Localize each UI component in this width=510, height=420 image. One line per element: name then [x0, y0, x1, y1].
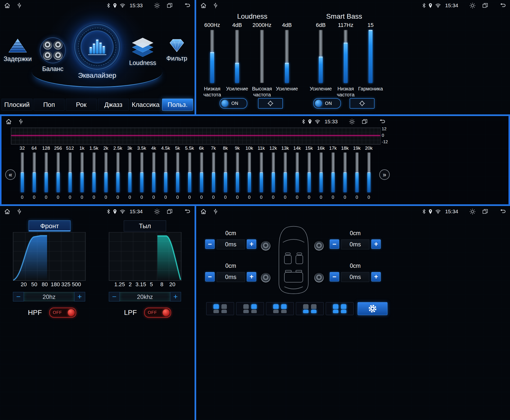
- listener-position-button[interactable]: [296, 302, 324, 315]
- lpf-minus-button[interactable]: −: [109, 292, 120, 301]
- eq-band[interactable]: 4k 0: [148, 145, 160, 200]
- band-slider[interactable]: [272, 152, 275, 192]
- eq-band[interactable]: 13k 0: [279, 145, 291, 200]
- loudness-on-toggle[interactable]: ON: [220, 98, 247, 109]
- menu-item-balance[interactable]: Баланс: [38, 37, 68, 72]
- eq-band[interactable]: 3.5k 0: [136, 145, 148, 200]
- band-slider[interactable]: [236, 152, 239, 192]
- eq-band[interactable]: 1.5k 0: [88, 145, 100, 200]
- slider-track[interactable]: [319, 30, 323, 83]
- tab-front[interactable]: Фронт: [29, 220, 70, 231]
- band-slider[interactable]: [21, 152, 24, 192]
- slider-track[interactable]: [344, 30, 348, 83]
- lpf-off-toggle[interactable]: OFF: [144, 308, 171, 318]
- preset-button[interactable]: Рок: [66, 99, 97, 111]
- eq-band[interactable]: 5.5k 0: [184, 145, 195, 200]
- eq-band[interactable]: 64 0: [28, 145, 40, 200]
- vertical-slider[interactable]: 6dB Усиление: [309, 22, 332, 98]
- eq-band[interactable]: 7k 0: [207, 145, 219, 200]
- delay-plus-button[interactable]: +: [247, 239, 256, 249]
- band-slider[interactable]: [331, 152, 335, 192]
- band-slider[interactable]: [308, 152, 311, 192]
- band-slider[interactable]: [248, 152, 251, 192]
- back-icon[interactable]: [184, 3, 191, 8]
- recent-apps-icon[interactable]: [167, 209, 173, 214]
- listener-position-button[interactable]: [326, 302, 354, 315]
- band-slider[interactable]: [296, 152, 299, 192]
- brightness-icon[interactable]: [469, 2, 476, 9]
- lpf-plus-button[interactable]: +: [170, 292, 181, 301]
- menu-item-equalizer-selected[interactable]: Эквалайзер: [67, 23, 127, 79]
- recent-apps-icon[interactable]: [167, 2, 173, 8]
- loudness-reset-button[interactable]: [258, 98, 283, 109]
- eq-band[interactable]: 8k 0: [219, 145, 231, 200]
- delay-minus-button[interactable]: −: [205, 239, 215, 249]
- eq-band[interactable]: 18k 0: [339, 145, 351, 200]
- eq-band[interactable]: 19k 0: [351, 145, 363, 200]
- band-slider[interactable]: [116, 152, 120, 192]
- band-slider[interactable]: [164, 152, 167, 192]
- band-slider[interactable]: [33, 152, 36, 192]
- band-slider[interactable]: [200, 152, 203, 192]
- scroll-left-button[interactable]: «: [5, 169, 16, 180]
- band-slider[interactable]: [284, 152, 287, 192]
- back-icon[interactable]: [500, 209, 506, 214]
- band-slider[interactable]: [68, 152, 72, 192]
- listener-position-button[interactable]: [266, 302, 294, 315]
- slider-track[interactable]: [285, 30, 289, 83]
- band-slider[interactable]: [128, 152, 131, 192]
- eq-band[interactable]: 128 0: [40, 145, 52, 200]
- eq-band[interactable]: 12k 0: [267, 145, 279, 200]
- eq-band[interactable]: 256 0: [52, 145, 64, 200]
- menu-item-loudness[interactable]: Loudness: [128, 37, 158, 67]
- eq-band[interactable]: 5k 0: [172, 145, 184, 200]
- eq-band[interactable]: 20k 0: [363, 145, 375, 200]
- eq-band[interactable]: 14k 0: [291, 145, 303, 200]
- delay-plus-button[interactable]: +: [247, 272, 256, 281]
- eq-band[interactable]: 3k 0: [124, 145, 136, 200]
- band-slider[interactable]: [92, 152, 96, 192]
- preset-button[interactable]: Классика: [130, 99, 161, 111]
- hpf-plus-button[interactable]: +: [74, 292, 85, 301]
- vertical-slider[interactable]: 600Hz Низкая частота: [201, 22, 224, 98]
- home-icon[interactable]: [200, 208, 207, 215]
- recent-apps-icon[interactable]: [482, 209, 488, 214]
- home-icon[interactable]: [4, 208, 10, 215]
- eq-band[interactable]: 6k 0: [195, 145, 207, 200]
- back-icon[interactable]: [379, 119, 385, 124]
- slider-track[interactable]: [369, 30, 373, 83]
- delay-plus-button[interactable]: +: [371, 272, 381, 281]
- tab-rear[interactable]: Тыл: [124, 220, 166, 231]
- band-slider[interactable]: [152, 152, 155, 192]
- band-slider[interactable]: [45, 152, 48, 192]
- preset-button[interactable]: Поп: [34, 99, 64, 111]
- brightness-icon[interactable]: [154, 2, 160, 9]
- band-slider[interactable]: [140, 152, 143, 192]
- eq-band[interactable]: 10k 0: [243, 145, 255, 200]
- eq-band[interactable]: 2.5k 0: [112, 145, 124, 200]
- eq-band[interactable]: 11k 0: [255, 145, 267, 200]
- eq-band[interactable]: 17k 0: [327, 145, 339, 200]
- recent-apps-icon[interactable]: [362, 119, 368, 125]
- band-slider[interactable]: [355, 152, 359, 192]
- band-slider[interactable]: [260, 152, 263, 192]
- preset-button[interactable]: Плоский: [1, 99, 32, 111]
- hpf-off-toggle[interactable]: OFF: [49, 308, 76, 318]
- brightness-icon[interactable]: [154, 209, 160, 215]
- band-slider[interactable]: [319, 152, 323, 192]
- home-icon[interactable]: [4, 2, 10, 9]
- back-icon[interactable]: [500, 3, 506, 8]
- vertical-slider[interactable]: 2000Hz Высокая частота: [251, 22, 273, 98]
- menu-item-filter[interactable]: Фильтр: [162, 38, 192, 62]
- eq-band[interactable]: 4.5k 0: [160, 145, 172, 200]
- band-slider[interactable]: [80, 152, 84, 192]
- band-slider[interactable]: [212, 152, 215, 192]
- vertical-slider[interactable]: 15 Гармоника: [359, 22, 382, 98]
- band-slider[interactable]: [176, 152, 179, 192]
- band-slider[interactable]: [367, 152, 371, 192]
- eq-band[interactable]: 2k 0: [100, 145, 112, 200]
- vertical-slider[interactable]: 4dB Усиление: [226, 22, 249, 98]
- listener-position-button[interactable]: [236, 302, 264, 315]
- slider-track[interactable]: [260, 30, 264, 83]
- eq-band[interactable]: 15k 0: [303, 145, 315, 200]
